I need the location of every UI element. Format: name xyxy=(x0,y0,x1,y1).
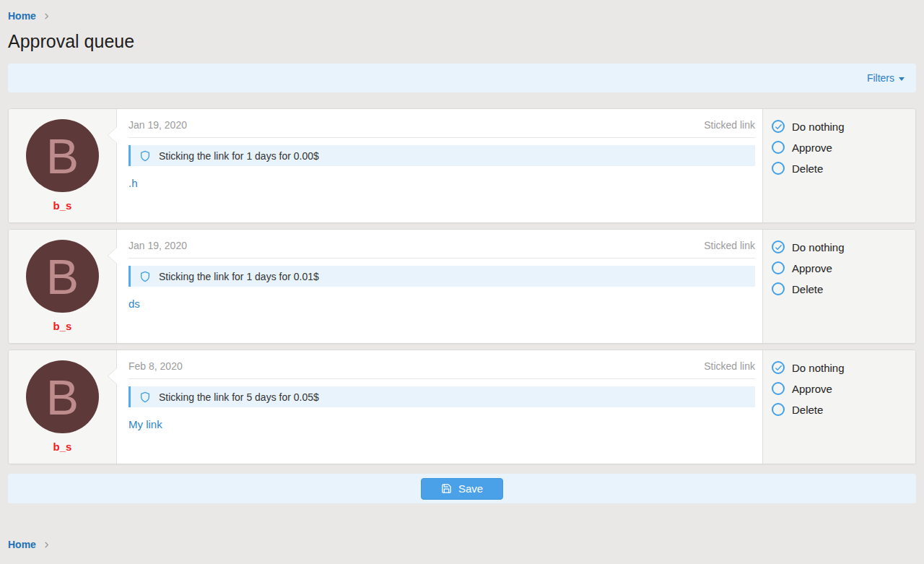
username-link[interactable]: b_s xyxy=(53,441,72,453)
card-content: Jan 19, 2020 Sticked link Sticking the l… xyxy=(117,109,762,222)
shield-icon xyxy=(139,391,151,403)
breadcrumb: Home xyxy=(8,9,916,22)
option-do-nothing[interactable]: Do nothing xyxy=(772,120,907,133)
filters-toggle[interactable]: Filters xyxy=(867,72,905,84)
option-label: Delete xyxy=(792,162,823,175)
radio-icon[interactable] xyxy=(772,403,785,416)
option-label: Approve xyxy=(792,262,832,274)
user-panel: B b_s xyxy=(9,230,117,343)
radio-check-icon[interactable] xyxy=(772,361,785,374)
option-label: Approve xyxy=(792,383,832,395)
footer-breadcrumb: Home xyxy=(8,538,916,551)
shield-icon xyxy=(139,271,151,282)
page: Home Approval queue Filters B b_s Jan 19… xyxy=(0,0,924,551)
shield-icon xyxy=(139,150,151,162)
username-link[interactable]: b_s xyxy=(53,199,72,212)
actions-panel: Do nothing Approve Delete xyxy=(762,109,915,222)
save-label: Save xyxy=(458,482,483,495)
card-header: Jan 19, 2020 Sticked link xyxy=(128,119,755,138)
actions-panel: Do nothing Approve Delete xyxy=(762,230,915,343)
option-delete[interactable]: Delete xyxy=(772,162,907,175)
notice-box: Sticking the link for 1 days for 0.01$ xyxy=(128,266,755,287)
option-approve[interactable]: Approve xyxy=(772,382,907,395)
date-label: Feb 8, 2020 xyxy=(128,360,183,372)
date-label: Jan 19, 2020 xyxy=(128,119,187,131)
chevron-right-icon xyxy=(43,12,51,20)
avatar[interactable]: B xyxy=(26,360,99,433)
approval-card: B b_s Feb 8, 2020 Sticked link Sticking … xyxy=(8,350,916,464)
approval-card: B b_s Jan 19, 2020 Sticked link Sticking… xyxy=(8,108,916,223)
user-panel: B b_s xyxy=(9,109,117,222)
save-button[interactable]: Save xyxy=(421,478,503,500)
option-label: Do nothing xyxy=(792,241,845,253)
notice-text: Sticking the link for 5 days for 0.05$ xyxy=(159,391,319,403)
option-delete[interactable]: Delete xyxy=(772,282,907,295)
entry-link[interactable]: ds xyxy=(128,298,140,310)
option-label: Delete xyxy=(792,283,823,295)
avatar[interactable]: B xyxy=(26,240,99,313)
card-header: Jan 19, 2020 Sticked link xyxy=(128,240,755,259)
avatar-letter: B xyxy=(46,128,79,184)
option-label: Delete xyxy=(792,404,823,416)
save-bar: Save xyxy=(8,474,916,503)
avatar-letter: B xyxy=(46,369,79,425)
notice-text: Sticking the link for 1 days for 0.01$ xyxy=(159,271,319,282)
option-label: Do nothing xyxy=(792,362,845,374)
actions-panel: Do nothing Approve Delete xyxy=(762,350,915,464)
entry-link[interactable]: My link xyxy=(128,418,162,430)
floppy-disk-icon xyxy=(441,483,452,494)
approval-card: B b_s Jan 19, 2020 Sticked link Sticking… xyxy=(8,229,916,344)
radio-icon[interactable] xyxy=(772,282,785,295)
entry-link[interactable]: .h xyxy=(128,177,138,189)
radio-check-icon[interactable] xyxy=(772,120,785,133)
card-header: Feb 8, 2020 Sticked link xyxy=(128,360,755,379)
option-approve[interactable]: Approve xyxy=(772,141,907,154)
option-do-nothing[interactable]: Do nothing xyxy=(772,240,907,253)
user-panel: B b_s xyxy=(9,350,117,464)
chevron-right-icon xyxy=(43,541,51,549)
option-do-nothing[interactable]: Do nothing xyxy=(772,361,907,374)
avatar-letter: B xyxy=(46,248,79,305)
notice-text: Sticking the link for 1 days for 0.00$ xyxy=(159,150,319,162)
notice-box: Sticking the link for 1 days for 0.00$ xyxy=(128,145,755,166)
type-label: Sticked link xyxy=(704,240,755,251)
date-label: Jan 19, 2020 xyxy=(128,240,187,251)
radio-icon[interactable] xyxy=(772,382,785,395)
radio-icon[interactable] xyxy=(772,261,785,274)
avatar[interactable]: B xyxy=(26,119,99,192)
pointer-notch xyxy=(108,248,117,264)
card-content: Jan 19, 2020 Sticked link Sticking the l… xyxy=(117,230,762,343)
filters-bar: Filters xyxy=(8,64,916,92)
breadcrumb-home-link[interactable]: Home xyxy=(8,10,36,22)
username-link[interactable]: b_s xyxy=(53,320,72,332)
option-label: Approve xyxy=(792,142,832,154)
page-title: Approval queue xyxy=(8,31,916,52)
radio-icon[interactable] xyxy=(772,162,785,175)
pointer-notch xyxy=(108,368,117,384)
radio-check-icon[interactable] xyxy=(772,240,785,253)
pointer-notch xyxy=(108,127,117,143)
option-delete[interactable]: Delete xyxy=(772,403,907,416)
option-approve[interactable]: Approve xyxy=(772,261,907,274)
radio-icon[interactable] xyxy=(772,141,785,154)
type-label: Sticked link xyxy=(704,360,755,372)
notice-box: Sticking the link for 5 days for 0.05$ xyxy=(128,386,755,407)
option-label: Do nothing xyxy=(792,121,845,133)
card-content: Feb 8, 2020 Sticked link Sticking the li… xyxy=(117,350,762,464)
filters-label: Filters xyxy=(867,72,894,84)
caret-down-icon xyxy=(899,77,905,81)
type-label: Sticked link xyxy=(704,119,755,131)
breadcrumb-home-link[interactable]: Home xyxy=(8,539,36,550)
